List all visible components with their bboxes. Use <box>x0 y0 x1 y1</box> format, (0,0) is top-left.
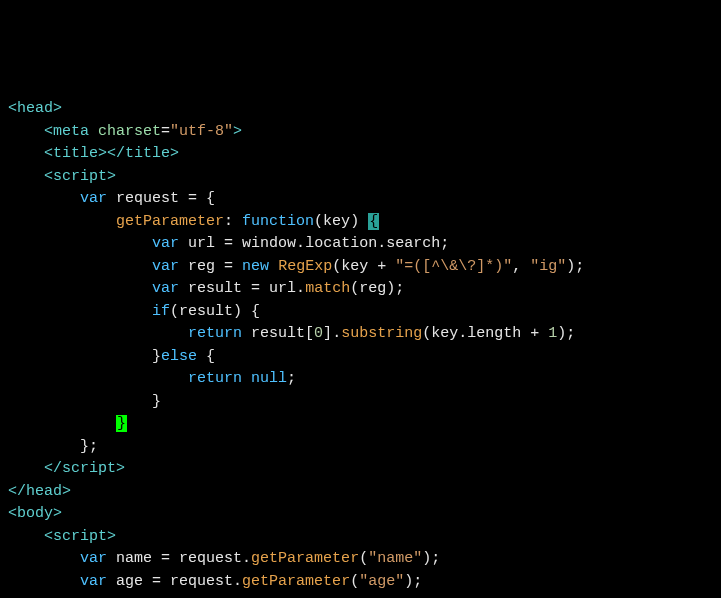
attr-name: charset <box>98 123 161 140</box>
punct: + <box>368 258 395 275</box>
code-line: if(result) { <box>8 301 713 324</box>
ctor: RegExp <box>278 258 332 275</box>
property: length <box>467 325 521 342</box>
method: substring <box>341 325 422 342</box>
punct: ) <box>422 550 431 567</box>
punct: . <box>296 235 305 252</box>
tag: <script> <box>44 168 116 185</box>
punct: ( <box>170 303 179 320</box>
punct: ) <box>386 280 395 297</box>
code-editor[interactable]: <head> <meta charset="utf-8"> <title></t… <box>8 98 713 598</box>
highlight-brace-close: } <box>116 415 127 432</box>
code-line: return null; <box>8 368 713 391</box>
punct: . <box>233 573 242 590</box>
ident: key <box>341 258 368 275</box>
ident: result <box>179 303 233 320</box>
punct: = <box>143 573 170 590</box>
keyword: function <box>242 213 314 230</box>
code-line: var url = window.location.search; <box>8 233 713 256</box>
punct: ( <box>359 550 368 567</box>
code-line: }; <box>8 436 713 459</box>
code-line: var request = { <box>8 188 713 211</box>
code-line: <head> <box>8 98 713 121</box>
punct: ) <box>350 213 368 230</box>
ident: location <box>305 235 377 252</box>
tag: </title> <box>107 145 179 162</box>
tag: </scr <box>44 460 89 477</box>
keyword: var <box>152 258 179 275</box>
ident: name <box>116 550 152 567</box>
punct: ( <box>422 325 431 342</box>
code-line: var age = request.getParameter("age"); <box>8 571 713 594</box>
punct: ; <box>440 235 449 252</box>
keyword: return <box>188 370 242 387</box>
ident: request <box>116 190 179 207</box>
tag: > <box>233 123 242 140</box>
tag: </head> <box>8 483 71 500</box>
code-line: </script> <box>8 458 713 481</box>
code-line: var reg = new RegExp(key + "=([^\&\?]*)"… <box>8 256 713 279</box>
code-line <box>8 593 713 598</box>
punct: ) <box>233 303 251 320</box>
punct: ; <box>566 325 575 342</box>
ident: search <box>386 235 440 252</box>
punct: = <box>152 550 179 567</box>
code-line: <title></title> <box>8 143 713 166</box>
punct: = <box>242 280 269 297</box>
tag: <head> <box>8 100 62 117</box>
punct: . <box>377 235 386 252</box>
punct: { <box>206 190 215 207</box>
punct: } <box>80 438 89 455</box>
ident: result <box>251 325 305 342</box>
code-line: getParameter: function(key) { <box>8 211 713 234</box>
punct: ; <box>89 438 98 455</box>
ident: key <box>431 325 458 342</box>
punct: . <box>242 550 251 567</box>
punct: = <box>215 258 242 275</box>
punct: ) <box>566 258 575 275</box>
tag: <title> <box>44 145 107 162</box>
code-line: var result = url.match(reg); <box>8 278 713 301</box>
keyword: var <box>152 280 179 297</box>
code-line: <meta charset="utf-8"> <box>8 121 713 144</box>
punct: } <box>152 393 161 410</box>
punct: = <box>179 190 206 207</box>
method: match <box>305 280 350 297</box>
punct: = <box>161 123 170 140</box>
code-line: <body> <box>8 503 713 526</box>
punct: ( <box>314 213 323 230</box>
punct: ; <box>431 550 440 567</box>
ident: request <box>179 550 242 567</box>
punct: { <box>251 303 260 320</box>
keyword: if <box>152 303 170 320</box>
string: "=([^\&\?]*)" <box>395 258 512 275</box>
code-line: } <box>8 391 713 414</box>
tag: <script> <box>44 528 116 545</box>
punct: : <box>224 213 242 230</box>
punct: ; <box>575 258 584 275</box>
code-line: <script> <box>8 526 713 549</box>
tag: ipt> <box>89 460 125 477</box>
keyword: var <box>80 190 107 207</box>
keyword: var <box>80 573 107 590</box>
tag: <meta <box>44 123 89 140</box>
keyword: var <box>152 235 179 252</box>
ident: window <box>242 235 296 252</box>
punct: ; <box>413 573 422 590</box>
ident: result <box>188 280 242 297</box>
punct: . <box>458 325 467 342</box>
code-line: var name = request.getParameter("name"); <box>8 548 713 571</box>
punct: ; <box>395 280 404 297</box>
tag: <body> <box>8 505 62 522</box>
ident: url <box>188 235 215 252</box>
punct: ( <box>332 258 341 275</box>
property: getParameter <box>116 213 224 230</box>
ident: age <box>116 573 143 590</box>
ident: key <box>323 213 350 230</box>
ident: url <box>269 280 296 297</box>
string: "ig" <box>530 258 566 275</box>
punct: { <box>197 348 215 365</box>
keyword: null <box>251 370 287 387</box>
attr-val: "utf-8" <box>170 123 233 140</box>
code-line: } <box>8 413 713 436</box>
